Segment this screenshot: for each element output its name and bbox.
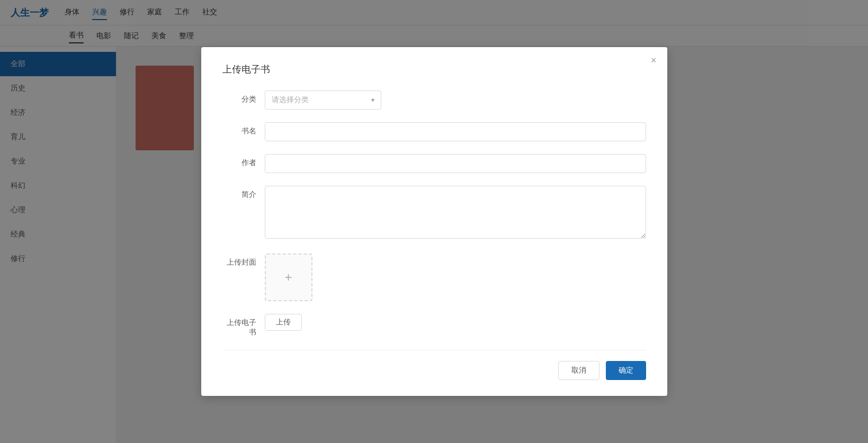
label-bookname: 书名 bbox=[222, 122, 265, 136]
chevron-down-icon: ▾ bbox=[371, 96, 374, 104]
form-row-cover: 上传封面 + bbox=[222, 254, 646, 301]
control-cover: + bbox=[265, 254, 646, 301]
upload-ebook-modal: 上传电子书 × 分类 请选择分类 ▾ 书名 作者 bbox=[201, 47, 667, 396]
control-author bbox=[265, 154, 646, 173]
label-intro: 简介 bbox=[222, 186, 265, 200]
form-row-intro: 简介 bbox=[222, 186, 646, 241]
modal-close-button[interactable]: × bbox=[651, 56, 657, 65]
form-row-category: 分类 请选择分类 ▾ bbox=[222, 91, 646, 110]
bookname-input[interactable] bbox=[265, 122, 646, 141]
plus-icon: + bbox=[284, 270, 292, 285]
form-row-ebook: 上传电子书 上传 bbox=[222, 314, 646, 337]
category-select[interactable]: 请选择分类 ▾ bbox=[265, 91, 381, 110]
form-row-author: 作者 bbox=[222, 154, 646, 173]
cancel-button[interactable]: 取消 bbox=[558, 361, 599, 380]
form-row-bookname: 书名 bbox=[222, 122, 646, 141]
author-input[interactable] bbox=[265, 154, 646, 173]
label-author: 作者 bbox=[222, 154, 265, 168]
confirm-button[interactable]: 确定 bbox=[606, 361, 646, 380]
modal-footer: 取消 确定 bbox=[222, 350, 646, 380]
control-category: 请选择分类 ▾ bbox=[265, 91, 646, 110]
label-cover: 上传封面 bbox=[222, 254, 265, 267]
ebook-upload-button[interactable]: 上传 bbox=[265, 314, 302, 331]
modal-title: 上传电子书 bbox=[222, 63, 646, 76]
control-bookname bbox=[265, 122, 646, 141]
control-intro bbox=[265, 186, 646, 241]
category-placeholder: 请选择分类 bbox=[272, 95, 309, 105]
cover-upload-box[interactable]: + bbox=[265, 254, 312, 301]
intro-textarea[interactable] bbox=[265, 186, 646, 239]
control-ebook: 上传 bbox=[265, 314, 646, 331]
label-ebook: 上传电子书 bbox=[222, 314, 265, 337]
label-category: 分类 bbox=[222, 91, 265, 104]
modal-overlay: 上传电子书 × 分类 请选择分类 ▾ 书名 作者 bbox=[0, 0, 868, 443]
